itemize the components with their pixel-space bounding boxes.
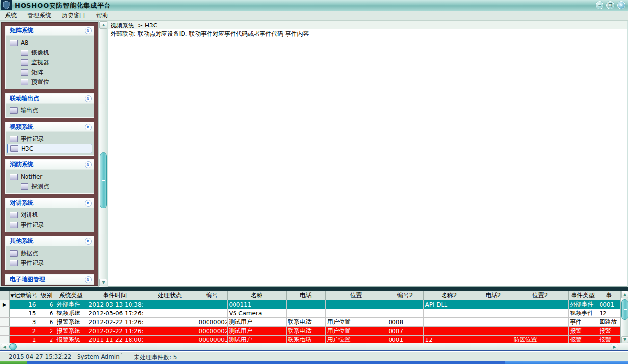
cell-event_type[interactable]: 外部事件 [568, 300, 598, 309]
cell-process_status[interactable] [143, 300, 197, 309]
up-arrow-icon[interactable]: ▲ [99, 21, 107, 29]
cell-name2[interactable] [423, 318, 475, 327]
cell-system_type[interactable]: 外部事件 [55, 300, 87, 309]
cell-event_time[interactable]: 2012-03-13 10:38:04 [87, 300, 143, 309]
column-header-phone2[interactable]: 电话2 [475, 291, 512, 300]
down-arrow-icon[interactable]: ▼ [621, 336, 628, 343]
cell-system_type[interactable]: 报警系统 [55, 336, 87, 344]
column-header-name[interactable]: 名称 [227, 291, 286, 300]
panel-header[interactable]: 视频系统 « [6, 122, 94, 132]
cell-phone2[interactable] [475, 300, 512, 309]
column-header-event-type[interactable]: 事件类型 [568, 291, 598, 300]
splitter-bar[interactable] [0, 287, 628, 291]
cell-no2[interactable] [387, 300, 423, 309]
cell-level[interactable]: 6 [38, 318, 55, 327]
panel-header[interactable]: 联动输出点 « [6, 94, 94, 104]
cell-location[interactable]: 用户位置 [325, 327, 387, 336]
sidebar-item-detector[interactable]: 探测点 [6, 182, 94, 191]
cell-location2[interactable] [512, 318, 568, 327]
sidebar-item-preset[interactable]: 预置位 [6, 77, 94, 87]
cell-phone2[interactable] [475, 318, 512, 327]
cell-phone[interactable]: 联系电话 [286, 318, 325, 327]
cell-phone[interactable]: 联系电话 [286, 336, 325, 344]
grid-vertical-scrollbar[interactable]: ▲ ▼ [620, 291, 628, 343]
sidebar-item-data-point[interactable]: 数据点 [6, 248, 94, 258]
column-header-name2[interactable]: 名称2 [423, 291, 475, 300]
table-row[interactable]: 22报警系统2012-02-22 11:26:0200000002测试用户联系电… [0, 327, 620, 336]
column-header-process-status[interactable]: 处理状态 [143, 291, 197, 300]
column-header-phone[interactable]: 电话 [286, 291, 325, 300]
column-header-location2[interactable]: 位置2 [512, 291, 568, 300]
cell-process_status[interactable] [143, 318, 197, 327]
cell-no[interactable] [197, 309, 227, 318]
cell-event_code[interactable]: 报警 [598, 327, 620, 336]
right-arrow-icon[interactable]: ▶ [611, 344, 618, 350]
table-row[interactable]: 156视频系统2012-03-06 17:26:34VS Camera视频事件1… [0, 309, 620, 318]
cell-event_time[interactable]: 2012-02-22 11:26:02 [87, 318, 143, 327]
cell-record_no[interactable]: 15 [9, 309, 38, 318]
cell-process_status[interactable] [143, 309, 197, 318]
menu-item-help[interactable]: 帮助 [96, 11, 108, 20]
cell-no2[interactable]: 0008 [387, 318, 423, 327]
cell-no[interactable]: 00000002 [197, 318, 227, 327]
column-header-event-code[interactable]: 事 [598, 291, 620, 300]
sidebar-item-monitor[interactable]: 监视器 [6, 57, 94, 67]
cell-event_type[interactable]: 事件 [568, 318, 598, 327]
row-selector-cell[interactable] [0, 327, 9, 336]
cell-event_code[interactable]: 12 [598, 309, 620, 318]
cell-event_time[interactable]: 2012-03-06 17:26:34 [87, 309, 143, 318]
menu-item-manage[interactable]: 管理系统 [27, 11, 51, 20]
menu-item-system[interactable]: 系统 [5, 11, 17, 20]
cell-level[interactable]: 2 [38, 327, 55, 336]
cell-location[interactable] [325, 300, 387, 309]
down-arrow-icon[interactable]: ▼ [99, 279, 107, 286]
row-selector-cell[interactable] [0, 309, 9, 318]
column-header-no[interactable]: 编号 [197, 291, 227, 300]
sidebar-item-event-log[interactable]: 事件记录 [6, 134, 94, 144]
column-header-no2[interactable]: 编号2 [387, 291, 423, 300]
sidebar-item-matrix[interactable]: 矩阵 [6, 67, 94, 77]
table-row[interactable]: 12报警系统2011-11-22 18:00:2700000003测试用户联系电… [0, 336, 620, 344]
sidebar-item-event-log[interactable]: 事件记录 [6, 258, 94, 268]
cell-location2[interactable]: 防区位置 [512, 336, 568, 344]
cell-record_no[interactable]: 3 [9, 318, 38, 327]
cell-location2[interactable] [512, 300, 568, 309]
close-button[interactable]: ✕ [617, 1, 625, 9]
sidebar-item-event-log[interactable]: 事件记录 [6, 220, 94, 230]
cell-phone2[interactable] [475, 336, 512, 344]
column-header-event-time[interactable]: 事件时间 [87, 291, 143, 300]
cell-level[interactable]: 2 [38, 336, 55, 344]
cell-event_code[interactable]: 回路故 [598, 318, 620, 327]
scrollbar-thumb[interactable] [621, 299, 628, 320]
cell-name2[interactable] [423, 309, 475, 318]
sidebar-item-output-point[interactable]: 输出点 [6, 105, 94, 115]
collapse-chevron-icon[interactable]: « [85, 200, 92, 207]
sidebar-scrollbar[interactable]: ▲ ▼ [98, 21, 107, 287]
cell-record_no[interactable]: 16 [9, 300, 38, 309]
panel-header[interactable]: 电子地图管理 « [6, 275, 94, 285]
cell-no[interactable]: 00000003 [197, 336, 227, 344]
collapse-chevron-icon[interactable]: « [85, 161, 92, 168]
cell-name[interactable]: 000111 [227, 300, 286, 309]
collapse-chevron-icon[interactable]: « [85, 276, 92, 283]
cell-location2[interactable] [512, 327, 568, 336]
collapse-chevron-icon[interactable]: « [85, 124, 92, 130]
cell-name[interactable]: 测试用户 [227, 327, 286, 336]
cell-name2[interactable]: 12 [423, 336, 475, 344]
taskbar-strip[interactable] [0, 361, 628, 364]
collapse-chevron-icon[interactable]: « [85, 238, 92, 245]
cell-location2[interactable] [512, 309, 568, 318]
sidebar-item-notifier[interactable]: Notifier [6, 172, 94, 182]
panel-header[interactable]: 其他系统 « [6, 236, 94, 246]
left-arrow-icon[interactable]: ◀ [1, 344, 8, 350]
cell-event_time[interactable]: 2011-11-22 18:00:27 [87, 336, 143, 344]
cell-record_no[interactable]: 2 [9, 327, 38, 336]
cell-no[interactable] [197, 300, 227, 309]
sidebar-item-intercom[interactable]: 对讲机 [6, 210, 94, 220]
cell-phone2[interactable] [475, 309, 512, 318]
cell-phone[interactable] [286, 300, 325, 309]
grid-horizontal-scrollbar[interactable]: ◀ ▶ [0, 343, 628, 351]
cell-location[interactable]: 用户位置 [325, 318, 387, 327]
cell-no[interactable]: 00000002 [197, 327, 227, 336]
menu-item-history[interactable]: 历史窗口 [62, 11, 85, 20]
